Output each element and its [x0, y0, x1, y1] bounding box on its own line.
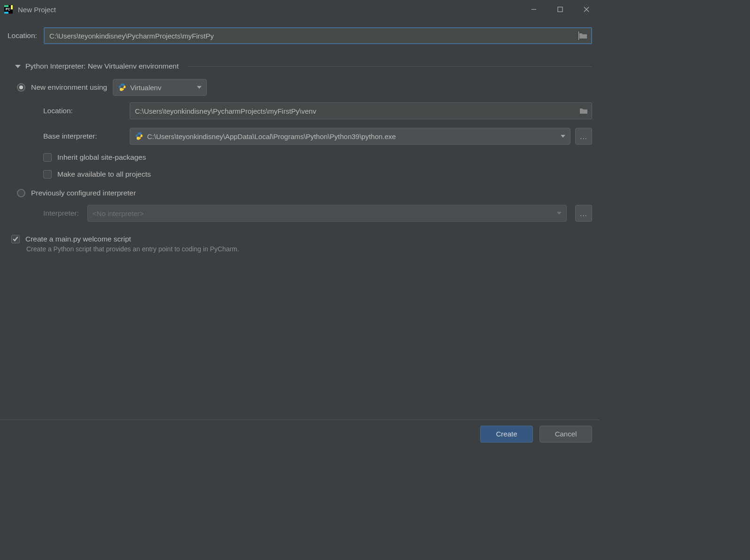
titlebar: PC New Project: [0, 0, 600, 19]
base-interpreter-value: C:\Users\teyonkindisney\AppData\Local\Pr…: [147, 132, 396, 140]
venv-location-input[interactable]: [135, 107, 579, 115]
svg-rect-1: [4, 5, 8, 7]
close-button[interactable]: [573, 0, 600, 19]
new-env-radio[interactable]: [17, 83, 25, 92]
interpreter-select: <No interpreter>: [87, 205, 567, 222]
base-interpreter-label: Base interpreter:: [43, 132, 123, 140]
pycharm-icon: PC: [4, 5, 13, 14]
main-script-section: Create a main.py welcome script Create a…: [11, 235, 592, 253]
make-available-label: Make available to all projects: [57, 170, 151, 179]
venv-location-row: Location:: [43, 102, 592, 119]
prev-interpreter-detail: Interpreter: <No interpreter> ...: [17, 205, 592, 222]
previously-configured-row: Previously configured interpreter: [17, 189, 592, 197]
inherit-packages-checkbox[interactable]: [43, 153, 52, 162]
ellipsis-label: ...: [580, 132, 587, 140]
create-main-checkbox[interactable]: [11, 235, 20, 243]
python-icon: [118, 83, 126, 93]
minimize-button[interactable]: [521, 0, 547, 19]
new-environment-row: New environment using Virtualenv: [17, 79, 592, 96]
make-available-checkbox[interactable]: [43, 170, 52, 179]
window-title: New Project: [18, 6, 56, 14]
interpreter-browse-button[interactable]: ...: [575, 205, 592, 222]
inherit-packages-label: Inherit global site-packages: [57, 153, 146, 162]
inherit-packages-row[interactable]: Inherit global site-packages: [43, 153, 592, 162]
virtualenv-tool-label: Virtualenv: [130, 84, 161, 92]
interpreter-label: Interpreter:: [43, 209, 79, 218]
browse-folder-icon[interactable]: [579, 32, 587, 39]
python-icon: [135, 132, 143, 141]
new-env-label: New environment using: [31, 83, 107, 92]
previously-configured-radio[interactable]: [17, 189, 25, 197]
virtualenv-tool-select[interactable]: Virtualenv: [113, 79, 207, 96]
project-location-field[interactable]: [44, 27, 592, 44]
browse-folder-icon[interactable]: [579, 108, 588, 114]
interpreter-section-header[interactable]: Python Interpreter: New Virtualenv envir…: [8, 62, 592, 70]
chevron-down-icon: [557, 212, 562, 215]
location-label: Location:: [8, 31, 37, 40]
svg-rect-3: [4, 12, 8, 14]
project-location-input[interactable]: [49, 32, 578, 40]
ellipsis-label: ...: [580, 210, 587, 218]
collapse-icon: [15, 65, 21, 68]
section-rule: [188, 66, 592, 67]
cancel-button[interactable]: Cancel: [539, 426, 592, 443]
svg-text:PC: PC: [6, 8, 10, 11]
base-interpreter-browse-button[interactable]: ...: [575, 128, 592, 145]
base-interpreter-row: Base interpreter: C:\Users\teyonkindisne…: [43, 128, 592, 145]
interpreter-section-title: Python Interpreter: New Virtualenv envir…: [25, 62, 179, 70]
interpreter-value: <No interpreter>: [93, 210, 144, 218]
chevron-down-icon: [197, 86, 202, 89]
content-area: Location: Python Interpreter: New Virtua…: [0, 19, 600, 420]
chevron-down-icon: [561, 135, 565, 138]
venv-location-field[interactable]: [130, 102, 592, 119]
venv-location-label: Location:: [43, 107, 123, 115]
create-main-help: Create a Python script that provides an …: [26, 245, 592, 253]
svg-rect-2: [11, 5, 13, 9]
interpreter-options: New environment using Virtualenv Locatio…: [8, 79, 592, 222]
create-button[interactable]: Create: [480, 426, 533, 443]
base-interpreter-select[interactable]: C:\Users\teyonkindisney\AppData\Local\Pr…: [130, 128, 570, 145]
create-main-row[interactable]: Create a main.py welcome script: [11, 235, 592, 243]
new-env-details: Location: Base interpreter:: [17, 102, 592, 179]
create-main-label: Create a main.py welcome script: [25, 235, 131, 243]
cancel-button-label: Cancel: [555, 430, 577, 438]
dialog-footer: Create Cancel: [0, 420, 600, 448]
project-location-row: Location:: [8, 27, 592, 44]
window-controls: [521, 0, 600, 19]
create-button-label: Create: [496, 430, 517, 438]
svg-rect-6: [558, 7, 562, 12]
previously-configured-label: Previously configured interpreter: [31, 189, 136, 197]
maximize-button[interactable]: [547, 0, 573, 19]
make-available-row[interactable]: Make available to all projects: [43, 170, 592, 179]
